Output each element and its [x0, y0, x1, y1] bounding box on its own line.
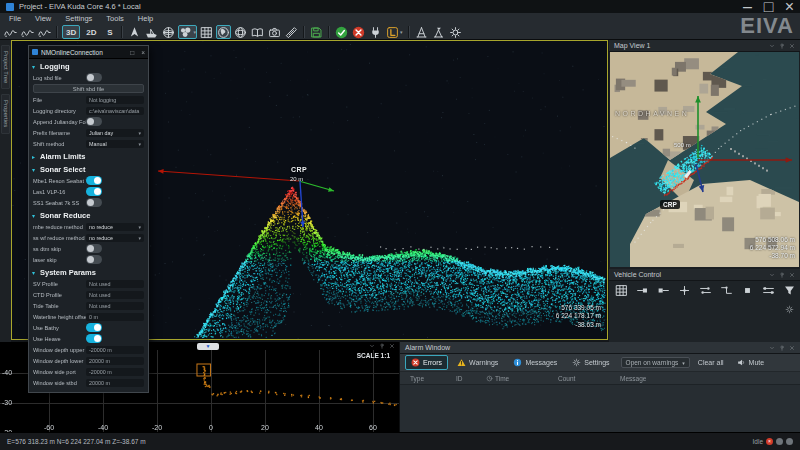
file-input[interactable]: Not logging [86, 96, 144, 104]
section-header-logging[interactable]: ▾Logging [29, 60, 148, 72]
menu-help[interactable]: Help [131, 14, 160, 23]
nmonlineconnection-dialog[interactable]: NMOnlineConnection □ × ▾LoggingLog sbd f… [28, 45, 149, 393]
ss1-seabat-7k-ss-toggle[interactable] [86, 198, 102, 207]
vc-line-end-button[interactable] [635, 283, 650, 297]
minimize-icon[interactable]: – [743, 2, 752, 11]
chevron-down-icon[interactable] [769, 345, 775, 351]
settings-button[interactable] [448, 25, 463, 39]
shift-sbd-file-button[interactable]: Shift sbd file [33, 84, 144, 93]
view-s-button[interactable]: S [102, 25, 117, 39]
use-heave-toggle[interactable] [86, 334, 102, 343]
close-icon[interactable] [789, 272, 795, 278]
shift-method-select[interactable]: Manual▾ [86, 140, 144, 148]
logging-directory-input[interactable]: c:\eiva\naviscan\data [86, 107, 144, 115]
mbe1-reson-seabat-7k-toggle[interactable] [86, 176, 102, 185]
accept-button[interactable] [334, 25, 349, 39]
winch-2-button[interactable] [431, 25, 446, 39]
view-2d-button[interactable]: 2D [82, 25, 100, 39]
ss-wf-reduce-method-select[interactable]: no reduce▾ [86, 234, 144, 242]
menu-tools[interactable]: Tools [99, 14, 131, 23]
select-cursor-button[interactable] [127, 25, 142, 39]
vc-cross-button[interactable] [677, 283, 692, 297]
waveform-2-button[interactable] [20, 25, 35, 39]
alarm-tab-warnings[interactable]: Warnings [451, 355, 504, 370]
map-view-titlebar[interactable]: Map View 1 [609, 40, 800, 52]
pin-icon[interactable] [779, 272, 785, 278]
pin-icon[interactable] [779, 43, 785, 49]
vc-elbow-button[interactable] [719, 283, 734, 297]
screenshot-button[interactable] [267, 25, 282, 39]
vc-table-button[interactable] [614, 283, 629, 297]
column-header-id[interactable]: ID [456, 375, 486, 382]
column-header-count[interactable]: Count [558, 375, 620, 382]
map-book-button[interactable] [250, 25, 265, 39]
clear-all-button[interactable]: Clear all [693, 359, 729, 366]
section-header-alarm-limits[interactable]: ▸Alarm Limits [29, 150, 148, 162]
window-depth-lower-input[interactable]: 20000 m [86, 357, 144, 365]
alarm-table-body[interactable] [400, 385, 800, 432]
measure-button[interactable] [284, 25, 299, 39]
vehicle-control-titlebar[interactable]: Vehicle Control [609, 269, 800, 281]
profile-collapse-handle[interactable]: ▼ [197, 343, 219, 350]
column-header-type[interactable]: Type [400, 375, 456, 382]
dialog-close-icon[interactable]: × [141, 49, 145, 56]
chevron-down-icon[interactable] [769, 43, 775, 49]
vc-lanes-button[interactable] [761, 283, 776, 297]
log-sbd-file-toggle[interactable] [86, 73, 102, 82]
globe-wire-button[interactable] [233, 25, 248, 39]
section-header-sonar-select[interactable]: ▾Sonar Select [29, 163, 148, 175]
menu-settings[interactable]: Settings [58, 14, 99, 23]
waveform-3-button[interactable] [37, 25, 52, 39]
laser-skip-toggle[interactable] [86, 255, 102, 264]
chevron-down-icon[interactable]: ▾ [32, 63, 38, 70]
dialog-titlebar[interactable]: NMOnlineConnection □ × [29, 46, 148, 59]
tide-table-input[interactable]: Not used [86, 302, 144, 310]
menu-view[interactable]: View [28, 14, 58, 23]
globe-land-button[interactable] [216, 25, 231, 39]
alarm-tab-messages[interactable]: Messages [507, 355, 563, 370]
save-button[interactable] [309, 25, 324, 39]
alarm-window-titlebar[interactable]: Alarm Window [400, 342, 800, 354]
status-indicator-icon[interactable] [786, 438, 793, 445]
chevron-right-icon[interactable]: ▸ [32, 153, 38, 160]
alarm-tab-settings[interactable]: Settings [566, 355, 615, 370]
mute-button[interactable]: Mute [732, 358, 770, 367]
section-header-system-params[interactable]: ▾System Params [29, 266, 148, 278]
dropdown-caret-icon[interactable]: ▾ [193, 29, 196, 35]
append-julianday-folder-toggle[interactable] [86, 117, 102, 126]
status-indicator-icon[interactable] [776, 438, 783, 445]
window-side-port-input[interactable]: -20000 m [86, 368, 144, 376]
vehicle-gear-icon[interactable] [785, 305, 794, 314]
chevron-down-icon[interactable] [369, 343, 375, 349]
vessel-button[interactable] [144, 25, 159, 39]
connect-button[interactable] [368, 25, 383, 39]
menu-file[interactable]: File [2, 14, 28, 23]
sv-profile-input[interactable]: Not used [86, 280, 144, 288]
sphere-view-button[interactable] [161, 25, 176, 39]
logging-button[interactable]: ▾ [385, 25, 404, 39]
grid-view-button[interactable] [199, 25, 214, 39]
map-canvas[interactable] [610, 52, 799, 267]
open-on-warnings-select[interactable]: Open on warnings▾ [621, 357, 690, 368]
chevron-down-icon[interactable] [769, 272, 775, 278]
close-icon[interactable] [789, 43, 795, 49]
pin-icon[interactable] [779, 345, 785, 351]
chevron-down-icon[interactable]: ▾ [32, 269, 38, 276]
ctd-profile-input[interactable]: Not used [86, 291, 144, 299]
prefix-filename-select[interactable]: Julian day▾ [86, 129, 144, 137]
reject-button[interactable] [351, 25, 366, 39]
chevron-down-icon[interactable]: ▾ [32, 166, 38, 173]
vc-square-button[interactable] [740, 283, 755, 297]
las1-vlp-16-toggle[interactable] [86, 187, 102, 196]
column-header-message[interactable]: Message [620, 375, 646, 382]
status-error-icon[interactable]: × [766, 438, 773, 445]
section-header-sonar-reduce[interactable]: ▾Sonar Reduce [29, 209, 148, 221]
chevron-down-icon[interactable]: ▾ [32, 212, 38, 219]
window-depth-upper-input[interactable]: -20000 m [86, 346, 144, 354]
close-icon[interactable] [389, 343, 395, 349]
use-bathy-toggle[interactable] [86, 323, 102, 332]
vc-funnel-button[interactable] [782, 283, 797, 297]
column-header-time[interactable]: Time [486, 375, 558, 382]
maximize-icon[interactable]: □ [764, 2, 773, 11]
close-icon[interactable]: × [785, 2, 794, 11]
